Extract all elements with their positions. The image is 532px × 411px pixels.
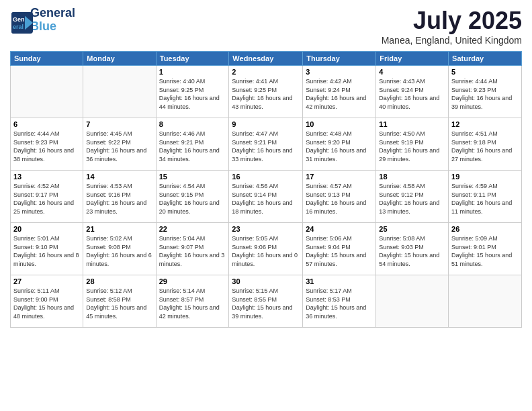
day-number: 5 [451,68,519,76]
calendar-cell: 17Sunrise: 4:57 AM Sunset: 9:13 PM Dayli… [303,171,376,223]
day-info: Sunrise: 4:47 AM Sunset: 9:21 PM Dayligh… [232,130,300,163]
calendar-week-row: 27Sunrise: 5:11 AM Sunset: 9:00 PM Dayli… [11,275,522,328]
calendar-week-row: 13Sunrise: 4:52 AM Sunset: 9:17 PM Dayli… [11,171,522,223]
day-info: Sunrise: 5:11 AM Sunset: 9:00 PM Dayligh… [13,287,80,320]
calendar-cell: 24Sunrise: 5:06 AM Sunset: 9:04 PM Dayli… [303,223,376,275]
day-number: 3 [306,68,373,76]
calendar-cell [83,66,156,118]
day-info: Sunrise: 5:04 AM Sunset: 9:07 PM Dayligh… [159,234,226,268]
day-number: 29 [159,277,226,285]
calendar-cell: 14Sunrise: 4:53 AM Sunset: 9:16 PM Dayli… [83,171,156,223]
title-block: July 2025 Manea, England, United Kingdom [382,7,522,46]
day-number: 27 [13,277,80,285]
day-info: Sunrise: 4:45 AM Sunset: 9:22 PM Dayligh… [86,130,152,163]
day-info: Sunrise: 4:53 AM Sunset: 9:16 PM Dayligh… [86,182,152,216]
day-number: 14 [86,173,152,181]
day-number: 10 [306,120,373,128]
day-number: 30 [232,277,300,285]
day-number: 2 [232,68,300,76]
month-title: July 2025 [382,7,522,35]
weekday-header: Sunday [11,52,83,66]
day-info: Sunrise: 4:50 AM Sunset: 9:19 PM Dayligh… [379,130,445,163]
calendar-cell: 26Sunrise: 5:09 AM Sunset: 9:01 PM Dayli… [449,223,522,275]
header: Gen eral General Blue July 2025 Manea, E… [10,7,522,46]
calendar-cell: 31Sunrise: 5:17 AM Sunset: 8:53 PM Dayli… [303,275,376,328]
logo-line2: Blue [30,20,75,34]
day-number: 12 [451,120,519,128]
day-number: 21 [86,225,152,233]
calendar-cell: 23Sunrise: 5:05 AM Sunset: 9:06 PM Dayli… [229,223,303,275]
day-info: Sunrise: 5:06 AM Sunset: 9:04 PM Dayligh… [306,234,373,268]
day-info: Sunrise: 4:59 AM Sunset: 9:11 PM Dayligh… [451,182,519,216]
calendar-cell: 3Sunrise: 4:42 AM Sunset: 9:24 PM Daylig… [303,66,376,118]
day-info: Sunrise: 4:44 AM Sunset: 9:23 PM Dayligh… [451,77,519,111]
day-info: Sunrise: 4:40 AM Sunset: 9:25 PM Dayligh… [159,77,226,111]
weekday-header: Tuesday [156,52,229,66]
day-info: Sunrise: 5:02 AM Sunset: 9:08 PM Dayligh… [86,234,152,268]
logo-text: General Blue [30,7,75,34]
day-number: 17 [306,173,373,181]
day-number: 23 [232,225,300,233]
day-info: Sunrise: 5:17 AM Sunset: 8:53 PM Dayligh… [306,287,373,320]
calendar-cell: 12Sunrise: 4:51 AM Sunset: 9:18 PM Dayli… [449,118,522,171]
calendar-cell: 9Sunrise: 4:47 AM Sunset: 9:21 PM Daylig… [229,118,303,171]
calendar-cell: 18Sunrise: 4:58 AM Sunset: 9:12 PM Dayli… [376,171,449,223]
calendar-week-row: 1Sunrise: 4:40 AM Sunset: 9:25 PM Daylig… [11,66,522,118]
calendar-cell: 8Sunrise: 4:46 AM Sunset: 9:21 PM Daylig… [156,118,229,171]
day-info: Sunrise: 4:41 AM Sunset: 9:25 PM Dayligh… [232,77,300,111]
day-number: 26 [451,225,519,233]
day-info: Sunrise: 4:51 AM Sunset: 9:18 PM Dayligh… [451,130,519,163]
day-info: Sunrise: 4:56 AM Sunset: 9:14 PM Dayligh… [232,182,300,216]
day-number: 28 [86,277,152,285]
calendar-week-row: 6Sunrise: 4:44 AM Sunset: 9:23 PM Daylig… [11,118,522,171]
calendar-cell: 16Sunrise: 4:56 AM Sunset: 9:14 PM Dayli… [229,171,303,223]
day-number: 19 [451,173,519,181]
calendar-cell: 30Sunrise: 5:15 AM Sunset: 8:55 PM Dayli… [229,275,303,328]
calendar-cell: 6Sunrise: 4:44 AM Sunset: 9:23 PM Daylig… [11,118,83,171]
day-info: Sunrise: 4:43 AM Sunset: 9:24 PM Dayligh… [379,77,445,111]
day-number: 16 [232,173,300,181]
day-number: 25 [379,225,445,233]
day-number: 22 [159,225,226,233]
calendar-cell: 10Sunrise: 4:48 AM Sunset: 9:20 PM Dayli… [303,118,376,171]
day-number: 7 [86,120,152,128]
calendar-cell: 29Sunrise: 5:14 AM Sunset: 8:57 PM Dayli… [156,275,229,328]
day-info: Sunrise: 4:57 AM Sunset: 9:13 PM Dayligh… [306,182,373,216]
calendar-cell: 22Sunrise: 5:04 AM Sunset: 9:07 PM Dayli… [156,223,229,275]
day-info: Sunrise: 5:12 AM Sunset: 8:58 PM Dayligh… [86,287,152,320]
calendar-cell [449,275,522,328]
day-info: Sunrise: 5:08 AM Sunset: 9:03 PM Dayligh… [379,234,445,268]
weekday-header: Saturday [449,52,522,66]
calendar-cell: 28Sunrise: 5:12 AM Sunset: 8:58 PM Dayli… [83,275,156,328]
svg-text:eral: eral [13,24,24,30]
calendar-cell: 5Sunrise: 4:44 AM Sunset: 9:23 PM Daylig… [449,66,522,118]
calendar-cell [11,66,83,118]
day-info: Sunrise: 4:48 AM Sunset: 9:20 PM Dayligh… [306,130,373,163]
calendar-cell: 4Sunrise: 4:43 AM Sunset: 9:24 PM Daylig… [376,66,449,118]
day-info: Sunrise: 5:05 AM Sunset: 9:06 PM Dayligh… [232,234,300,268]
logo-line1: General [30,7,75,20]
day-number: 8 [159,120,226,128]
logo: Gen eral General Blue [10,7,75,34]
calendar-header-row: SundayMondayTuesdayWednesdayThursdayFrid… [11,52,522,66]
day-number: 6 [13,120,80,128]
calendar-cell [376,275,449,328]
day-info: Sunrise: 5:09 AM Sunset: 9:01 PM Dayligh… [451,234,519,268]
weekday-header: Monday [83,52,156,66]
day-info: Sunrise: 4:42 AM Sunset: 9:24 PM Dayligh… [306,77,373,111]
calendar-cell: 1Sunrise: 4:40 AM Sunset: 9:25 PM Daylig… [156,66,229,118]
logo-icon: Gen eral [10,11,29,30]
calendar-cell: 19Sunrise: 4:59 AM Sunset: 9:11 PM Dayli… [449,171,522,223]
day-number: 9 [232,120,300,128]
day-info: Sunrise: 4:52 AM Sunset: 9:17 PM Dayligh… [13,182,80,216]
day-number: 18 [379,173,445,181]
page: Gen eral General Blue July 2025 Manea, E… [0,0,532,411]
day-info: Sunrise: 5:15 AM Sunset: 8:55 PM Dayligh… [232,287,300,320]
calendar-cell: 13Sunrise: 4:52 AM Sunset: 9:17 PM Dayli… [11,171,83,223]
day-number: 11 [379,120,445,128]
weekday-header: Thursday [303,52,376,66]
calendar-week-row: 20Sunrise: 5:01 AM Sunset: 9:10 PM Dayli… [11,223,522,275]
day-number: 1 [159,68,226,76]
day-info: Sunrise: 5:14 AM Sunset: 8:57 PM Dayligh… [159,287,226,320]
weekday-header: Wednesday [229,52,303,66]
